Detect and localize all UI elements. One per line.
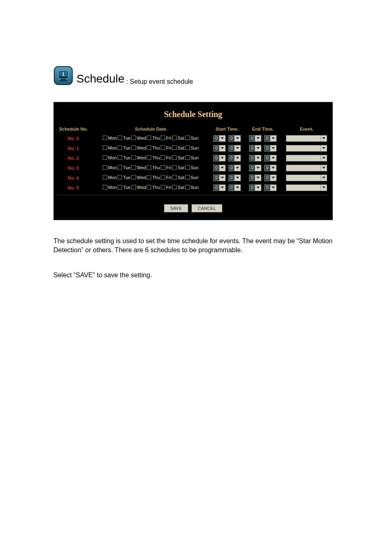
select-value: 0 [249,165,255,171]
select-value: 0 [213,175,219,181]
day-checkbox-mon[interactable]: Mon [103,145,117,150]
end-hour-select[interactable]: 0 [249,165,261,171]
day-checkbox-thu[interactable]: Thu [147,155,160,160]
start-hour-select[interactable]: 0 [213,184,226,191]
start-minute-select[interactable]: 0 [228,145,241,152]
day-checkbox-tue[interactable]: Tue [118,155,131,160]
day-checkbox-sat[interactable]: Sat [172,175,184,180]
day-checkbox-sun[interactable]: Sun [185,165,199,170]
day-checkbox-fri[interactable]: Fri [161,145,171,150]
day-checkbox-wed[interactable]: Wed [131,155,146,160]
day-label: Thu [152,175,160,180]
start-minute-select[interactable]: 0 [228,184,241,191]
day-label: Mon [108,185,117,190]
start-hour-select[interactable]: 0 [213,145,226,152]
time-colon: : [262,186,263,190]
time-colon: : [262,176,263,180]
event-select[interactable] [286,175,327,181]
checkbox-icon [118,136,122,140]
day-checkbox-sun[interactable]: Sun [185,145,199,150]
col-event: Event. [281,125,332,133]
chevron-down-icon [234,184,241,191]
end-minute-select[interactable]: 0 [264,165,277,171]
day-label: Wed [137,145,146,150]
day-checkbox-wed[interactable]: Wed [131,145,146,150]
day-checkbox-sun[interactable]: Sun [185,185,199,190]
description-paragraph-2: Select “SAVE” to save the setting. [53,271,333,280]
event-select[interactable] [286,184,327,191]
end-minute-select[interactable]: 0 [264,184,277,191]
day-checkbox-wed[interactable]: Wed [131,175,146,180]
end-hour-select[interactable]: 0 [249,175,261,181]
end-minute-select[interactable]: 0 [264,145,277,152]
day-checkbox-fri[interactable]: Fri [161,175,171,180]
day-checkbox-sun[interactable]: Sun [185,136,199,140]
day-checkbox-tue[interactable]: Tue [118,145,131,150]
day-checkbox-mon[interactable]: Mon [103,165,117,170]
day-checkbox-thu[interactable]: Thu [147,136,160,140]
checkbox-icon [161,136,165,140]
checkbox-icon [103,145,107,150]
day-checkbox-mon[interactable]: Mon [103,175,117,180]
end-minute-select[interactable]: 0 [264,175,277,181]
cancel-button[interactable]: CANCEL [191,204,222,212]
day-label: Mon [108,165,117,170]
day-checkbox-tue[interactable]: Tue [118,185,131,190]
checkbox-icon [118,145,122,150]
day-checkbox-thu[interactable]: Thu [147,145,160,150]
day-checkbox-wed[interactable]: Wed [131,136,146,140]
start-hour-select[interactable]: 0 [213,165,226,171]
day-checkbox-sat[interactable]: Sat [172,145,184,150]
checkbox-icon [118,155,122,160]
day-checkbox-fri[interactable]: Fri [161,165,171,170]
event-select[interactable] [286,155,327,161]
start-minute-select[interactable]: 0 [228,155,241,161]
end-hour-select[interactable]: 0 [249,155,261,161]
day-checkbox-fri[interactable]: Fri [161,155,171,160]
chevron-down-icon [219,135,226,142]
checkbox-icon [103,155,107,160]
day-checkbox-tue[interactable]: Tue [118,165,131,170]
start-hour-select[interactable]: 0 [213,135,226,142]
start-minute-select[interactable]: 0 [228,135,241,142]
start-hour-select[interactable]: 0 [213,175,226,181]
day-checkbox-thu[interactable]: Thu [147,165,160,170]
chevron-down-icon [219,145,226,152]
chevron-down-icon [270,175,277,181]
day-checkbox-sat[interactable]: Sat [172,185,184,190]
event-select[interactable] [286,165,327,171]
start-hour-select[interactable]: 0 [213,155,226,161]
end-hour-select[interactable]: 0 [249,135,261,142]
end-minute-select[interactable]: 0 [264,135,277,142]
day-checkbox-sun[interactable]: Sun [185,175,199,180]
day-checkbox-wed[interactable]: Wed [131,185,146,190]
day-checkbox-thu[interactable]: Thu [147,175,160,180]
table-row: No. 5MonTueWedThuFriSatSun0:00:0 [54,182,332,192]
end-hour-select[interactable]: 0 [249,184,261,191]
day-checkbox-fri[interactable]: Fri [161,185,171,190]
day-checkbox-wed[interactable]: Wed [131,165,146,170]
day-checkbox-fri[interactable]: Fri [161,136,171,140]
day-checkbox-sat[interactable]: Sat [172,155,184,160]
start-minute-select[interactable]: 0 [228,165,241,171]
day-checkbox-tue[interactable]: Tue [118,136,131,140]
day-checkbox-mon[interactable]: Mon [103,155,117,160]
checkbox-icon [131,136,136,140]
event-select[interactable] [286,145,327,152]
event-select[interactable] [286,135,327,142]
save-button[interactable]: SAVE [164,204,188,212]
table-row: No. 3MonTueWedThuFriSatSun0:00:0 [54,163,332,173]
day-checkbox-thu[interactable]: Thu [147,185,160,190]
end-hour-select[interactable]: 0 [249,145,261,152]
chevron-down-icon [255,184,261,191]
checkbox-icon [118,175,122,180]
start-minute-select[interactable]: 0 [228,175,241,181]
day-checkbox-sat[interactable]: Sat [172,165,184,170]
day-checkbox-tue[interactable]: Tue [118,175,131,180]
day-checkbox-mon[interactable]: Mon [103,185,117,190]
col-end-time: End Time. [245,125,281,133]
day-checkbox-mon[interactable]: Mon [103,136,117,140]
day-checkbox-sat[interactable]: Sat [172,136,184,140]
end-minute-select[interactable]: 0 [264,155,277,161]
day-checkbox-sun[interactable]: Sun [185,155,199,160]
